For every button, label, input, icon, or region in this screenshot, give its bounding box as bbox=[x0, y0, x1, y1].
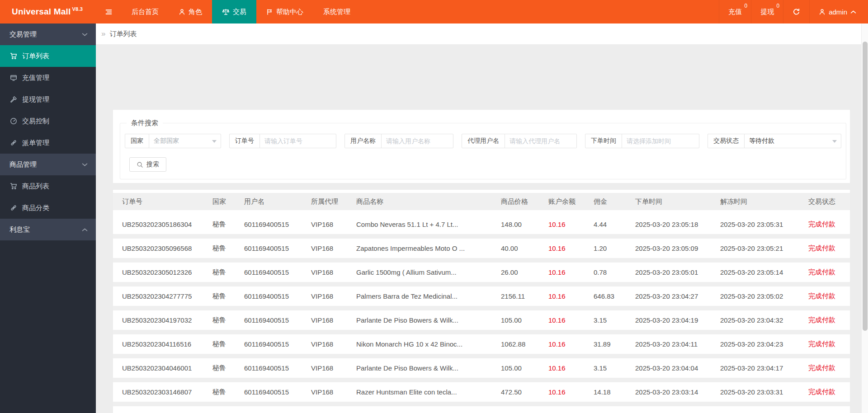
cell-order-no: UB2503202304197032 bbox=[122, 316, 212, 324]
table-row: UB2503202305186304 秘鲁 601169400515 VIP16… bbox=[113, 215, 850, 234]
link-icon bbox=[10, 139, 17, 146]
cell-price: 472.50 bbox=[501, 388, 548, 396]
search-fieldset: 条件搜索 国家 全部国家 订单号 用户名称 代理用户名 bbox=[120, 119, 846, 179]
cell-username: 601169400515 bbox=[244, 221, 311, 228]
flag-icon bbox=[266, 9, 273, 15]
hamburger-icon bbox=[105, 8, 113, 16]
sidebar-group-goods[interactable]: 商品管理 bbox=[0, 154, 96, 175]
cell-username: 601169400515 bbox=[244, 316, 311, 324]
cell-commission: 0.78 bbox=[594, 268, 635, 276]
cell-product: Parlante De Piso Bowers & Wilk... bbox=[356, 364, 501, 372]
breadcrumb: » 订单列表 bbox=[96, 23, 861, 44]
username-label: 用户名称 bbox=[344, 134, 382, 148]
cell-status: 完成付款 bbox=[808, 316, 848, 324]
tab-role-label: 角色 bbox=[189, 8, 202, 16]
recharge-badge: 0 bbox=[744, 3, 747, 9]
cell-username: 601169400515 bbox=[244, 244, 311, 252]
cell-order-no: UB2503202304116516 bbox=[122, 340, 212, 348]
agent-input[interactable] bbox=[505, 134, 577, 148]
user-name: admin bbox=[829, 8, 847, 16]
sidebar-item-dispatch-mgmt-label: 派单管理 bbox=[22, 139, 49, 147]
tab-role[interactable]: 角色 bbox=[169, 0, 212, 23]
trade-status-select[interactable]: 等待付款 bbox=[744, 134, 841, 148]
table-row: UB2503202304197032 秘鲁 601169400515 VIP16… bbox=[113, 310, 850, 330]
tab-trade[interactable]: 交易 bbox=[212, 0, 256, 23]
sidebar-item-trade-control-label: 交易控制 bbox=[22, 117, 49, 126]
brand-name: Universal Mall bbox=[12, 7, 71, 17]
cell-status: 完成付款 bbox=[808, 340, 848, 348]
tab-system[interactable]: 系统管理 bbox=[313, 0, 360, 23]
search-fields-row: 国家 全部国家 订单号 用户名称 代理用户名 下单时间 bbox=[125, 127, 841, 148]
cell-unfreeze-time: 2025-03-20 23:03:31 bbox=[720, 388, 808, 396]
cell-username: 601169400515 bbox=[244, 340, 311, 348]
trade-status-value: 等待付款 bbox=[749, 137, 774, 145]
search-button[interactable]: 搜索 bbox=[129, 157, 166, 172]
chevron-down-icon bbox=[82, 33, 88, 37]
cell-price: 26.00 bbox=[501, 268, 548, 276]
tab-help-label: 帮助中心 bbox=[276, 8, 303, 16]
cell-username: 601169400515 bbox=[244, 388, 311, 396]
sidebar-group-goods-label: 商品管理 bbox=[9, 160, 37, 169]
withdraw-shortcut[interactable]: 提现 0 bbox=[751, 0, 783, 23]
cell-status: 完成付款 bbox=[808, 268, 848, 277]
tab-home-label: 后台首页 bbox=[132, 8, 159, 16]
country-select[interactable]: 全部国家 bbox=[149, 134, 221, 148]
table-body: UB2503202305186304 秘鲁 601169400515 VIP16… bbox=[113, 215, 850, 413]
chevron-up-icon bbox=[82, 228, 88, 232]
trade-status-label: 交易状态 bbox=[708, 134, 745, 148]
cell-unfreeze-time: 2025-03-20 23:05:02 bbox=[720, 292, 808, 300]
cell-commission: 14.18 bbox=[594, 388, 635, 396]
cell-agent: VIP168 bbox=[311, 292, 356, 300]
sidebar-group-trade[interactable]: 交易管理 bbox=[0, 23, 96, 45]
cell-status: 完成付款 bbox=[808, 220, 848, 229]
scrollbar-thumb[interactable] bbox=[863, 42, 868, 331]
cell-commission: 4.44 bbox=[594, 221, 635, 228]
col-commission: 佣金 bbox=[594, 197, 635, 206]
sidebar-item-withdraw-mgmt[interactable]: 提现管理 bbox=[0, 89, 96, 110]
refresh-icon bbox=[793, 8, 800, 16]
cell-product: Zapatones Impermeables Moto O ... bbox=[356, 244, 501, 252]
order-no-input[interactable] bbox=[259, 134, 336, 148]
search-panel: 条件搜索 国家 全部国家 订单号 用户名称 代理用户名 bbox=[113, 110, 850, 183]
refresh-button[interactable] bbox=[783, 0, 809, 23]
order-time-input[interactable] bbox=[622, 134, 699, 148]
sidebar-item-goods-category[interactable]: 商品分类 bbox=[0, 197, 96, 219]
cell-balance: 10.16 bbox=[548, 244, 594, 252]
cell-balance: 10.16 bbox=[548, 388, 594, 396]
sidebar-group-interest[interactable]: 利息宝 bbox=[0, 219, 96, 240]
cell-agent: VIP168 bbox=[311, 268, 356, 276]
cell-country: 秘鲁 bbox=[212, 364, 244, 372]
cell-agent: VIP168 bbox=[311, 244, 356, 252]
sidebar-item-dispatch-mgmt[interactable]: 派单管理 bbox=[0, 132, 96, 154]
cell-balance: 10.16 bbox=[548, 316, 594, 324]
tab-home[interactable]: 后台首页 bbox=[122, 0, 169, 23]
cell-product: Razer Huntsman Elite con tecla... bbox=[356, 388, 501, 396]
table-header-row: 订单号 国家 用户名 所属代理 商品名称 商品价格 账户余额 佣金 下单时间 解… bbox=[113, 193, 850, 210]
cell-country: 秘鲁 bbox=[212, 340, 244, 348]
order-time-filter: 下单时间 bbox=[585, 134, 699, 148]
cell-product: Garlic 1500mg ( Allium Sativum... bbox=[356, 268, 501, 276]
order-no-filter: 订单号 bbox=[229, 134, 336, 148]
sidebar-item-recharge-mgmt[interactable]: 充值管理 bbox=[0, 67, 96, 89]
cell-order-time: 2025-03-20 23:03:14 bbox=[635, 388, 720, 396]
recharge-shortcut[interactable]: 充值 0 bbox=[719, 0, 751, 23]
chevron-down-icon bbox=[82, 163, 88, 167]
link-icon bbox=[10, 204, 17, 211]
sidebar-item-trade-control[interactable]: 交易控制 bbox=[0, 110, 96, 132]
chevron-up-icon bbox=[850, 10, 856, 14]
cell-agent: VIP168 bbox=[311, 364, 356, 372]
cell-order-time: 2025-03-20 23:05:09 bbox=[635, 244, 720, 252]
withdraw-label: 提现 bbox=[760, 8, 774, 16]
cell-country: 秘鲁 bbox=[212, 244, 244, 253]
top-bar: Universal Mall V8.3 后台首页 角色 交易 bbox=[0, 0, 868, 23]
cell-order-time: 2025-03-20 23:04:27 bbox=[635, 292, 720, 300]
chevron-down-icon bbox=[832, 140, 837, 143]
username-input[interactable] bbox=[381, 134, 453, 148]
tab-help[interactable]: 帮助中心 bbox=[256, 0, 313, 23]
menu-toggle-button[interactable] bbox=[96, 0, 122, 23]
tab-system-label: 系统管理 bbox=[323, 8, 350, 16]
cell-status: 完成付款 bbox=[808, 364, 848, 372]
sidebar-item-goods-list[interactable]: 商品列表 bbox=[0, 175, 96, 197]
user-menu[interactable]: admin bbox=[809, 0, 868, 23]
sidebar-item-order-list[interactable]: 订单列表 bbox=[0, 45, 96, 67]
